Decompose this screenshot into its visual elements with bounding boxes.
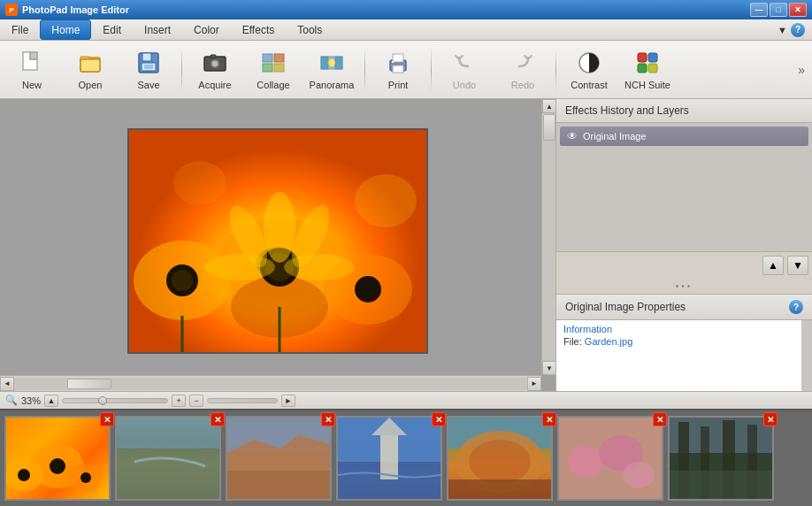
zoom-slider-left[interactable] [62, 398, 168, 403]
minimize-button[interactable]: — [750, 3, 768, 17]
help-icon[interactable]: ? [791, 23, 805, 37]
zoom-slider-right[interactable] [207, 398, 278, 403]
svg-point-38 [355, 276, 381, 303]
thumb-ocean[interactable]: ✕ [336, 416, 442, 501]
thumb-ocean-svg [338, 418, 440, 499]
file-value: Garden.jpg [585, 336, 632, 347]
svg-rect-27 [648, 53, 657, 62]
effect-original[interactable]: 👁 Original Image [560, 126, 808, 146]
menu-insert[interactable]: Insert [133, 19, 182, 40]
svg-rect-23 [393, 65, 403, 73]
props-help-icon[interactable]: ? [789, 300, 803, 314]
menu-edit[interactable]: Edit [91, 19, 133, 40]
svg-rect-19 [335, 57, 342, 69]
move-down-button[interactable]: ▼ [787, 256, 808, 275]
zoom-in-button[interactable]: + [172, 395, 186, 407]
svg-rect-12 [211, 55, 216, 58]
open-button[interactable]: Open [62, 44, 119, 96]
thumb-close-ocean[interactable]: ✕ [432, 412, 446, 426]
panorama-button[interactable]: Panorama [303, 44, 360, 96]
maximize-button[interactable]: □ [770, 3, 787, 17]
chevron-icon: ▼ [778, 25, 787, 35]
zoom-up-button[interactable]: ▲ [44, 395, 58, 407]
dots-divider: ••• [556, 279, 812, 294]
thumb-pink[interactable]: ✕ [557, 416, 663, 501]
thumb-close-desert[interactable]: ✕ [321, 412, 335, 426]
thumb-close-pink[interactable]: ✕ [653, 412, 667, 426]
thumb-close-flowers[interactable]: ✕ [100, 412, 114, 426]
save-button[interactable]: Save [120, 44, 177, 96]
print-button[interactable]: Print [370, 44, 426, 96]
move-up-button[interactable]: ▲ [762, 256, 784, 275]
nch-label: NCH Suite [624, 80, 670, 90]
scroll-up-button[interactable]: ▲ [542, 99, 555, 113]
menu-home[interactable]: Home [40, 19, 91, 40]
scroll-thumb-v[interactable] [543, 114, 555, 141]
contrast-button[interactable]: Contrast [561, 44, 617, 96]
acquire-label: Acquire [198, 80, 231, 90]
thumb-river-svg [117, 418, 219, 499]
svg-rect-14 [274, 54, 284, 62]
menu-file[interactable]: File [0, 19, 40, 40]
menu-tools[interactable]: Tools [286, 19, 333, 40]
props-title: Original Image Properties [565, 301, 686, 313]
undo-button[interactable]: Undo [436, 44, 493, 96]
zoom-right-button[interactable]: ► [281, 395, 295, 407]
zoom-minus-button[interactable]: − [189, 395, 203, 407]
svg-point-20 [328, 58, 335, 67]
title-bar: P PhotoPad Image Editor — □ ✕ [0, 0, 812, 19]
thumb-close-forest[interactable]: ✕ [763, 412, 778, 426]
menu-color[interactable]: Color [182, 19, 231, 40]
canvas-area[interactable]: ▲ ▼ ◄ ► [0, 99, 555, 391]
toolbar-more[interactable]: » [794, 59, 808, 80]
horizontal-scrollbar[interactable]: ◄ ► [0, 375, 541, 391]
nch-button[interactable]: NCH Suite [619, 44, 676, 96]
thumb-flowers[interactable]: ✕ [4, 416, 111, 501]
scroll-down-button[interactable]: ▼ [542, 361, 555, 375]
collage-button[interactable]: Collage [245, 44, 302, 96]
close-button[interactable]: ✕ [789, 3, 807, 17]
svg-rect-22 [393, 54, 403, 62]
thumbnail-strip: ✕ ✕ ✕ [0, 409, 812, 506]
thumb-flowers-svg [6, 418, 109, 499]
svg-rect-6 [142, 53, 151, 61]
new-button[interactable]: New [4, 44, 60, 96]
svg-point-47 [173, 161, 226, 205]
thumb-forest[interactable]: ✕ [668, 416, 774, 501]
contrast-label: Contrast [571, 80, 608, 90]
zoom-level: 33% [21, 395, 41, 406]
thumb-img-autumn [448, 418, 551, 499]
thumb-close-river[interactable]: ✕ [211, 412, 225, 426]
effect-label: Original Image [583, 131, 647, 142]
zoom-thumb-left [98, 396, 107, 405]
new-icon [18, 49, 46, 77]
thumb-desert-svg [227, 418, 330, 499]
thumb-river[interactable]: ✕ [115, 416, 221, 501]
redo-button[interactable]: Redo [494, 44, 551, 96]
toolbar-sep-4 [555, 48, 556, 92]
window-controls: — □ ✕ [750, 3, 807, 17]
svg-rect-15 [263, 64, 272, 72]
thumb-autumn[interactable]: ✕ [447, 416, 553, 501]
file-row: File: Garden.jpg [563, 336, 805, 347]
vertical-scrollbar[interactable]: ▲ ▼ [541, 99, 555, 375]
scroll-left-button[interactable]: ◄ [0, 377, 14, 391]
menu-effects[interactable]: Effects [231, 19, 286, 40]
thumb-img-river [117, 418, 219, 499]
svg-rect-13 [263, 54, 272, 62]
panel-footer: ▲ ▼ [556, 251, 812, 279]
redo-label: Redo [511, 80, 534, 90]
thumb-img-flowers [6, 418, 109, 499]
acquire-button[interactable]: Acquire [187, 44, 243, 96]
window-title: PhotoPad Image Editor [22, 4, 129, 15]
props-scrollbar[interactable] [801, 320, 812, 391]
scroll-thumb-h[interactable] [67, 379, 111, 389]
menu-help[interactable]: ▼ ? [770, 19, 812, 40]
nch-icon [633, 49, 662, 77]
props-header: Original Image Properties ? [556, 294, 812, 320]
scroll-track-v [542, 113, 555, 361]
thumb-desert[interactable]: ✕ [226, 416, 332, 501]
thumb-close-autumn[interactable]: ✕ [542, 412, 556, 426]
scroll-right-button[interactable]: ► [527, 377, 541, 391]
acquire-icon [201, 49, 229, 77]
